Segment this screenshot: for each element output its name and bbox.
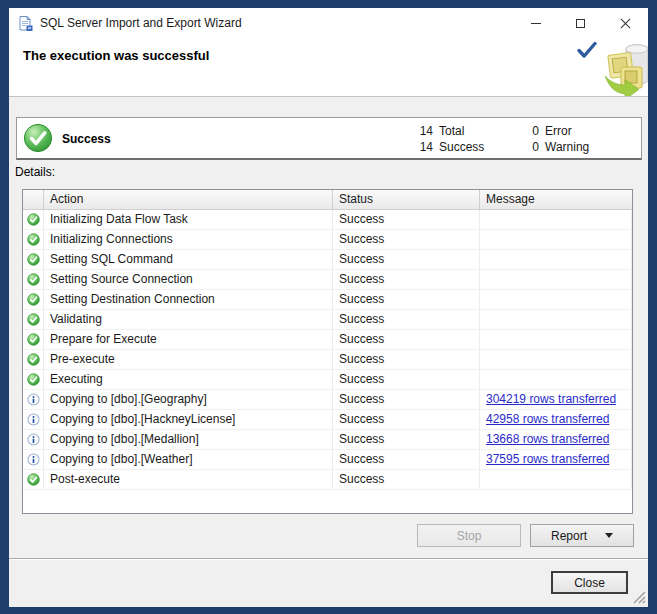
app-icon xyxy=(17,15,33,31)
table-row[interactable]: Initializing Connections Success xyxy=(23,230,632,250)
stat-success-label: Success xyxy=(439,140,484,154)
success-icon xyxy=(27,253,40,266)
table-header: Action Status Message xyxy=(23,190,632,210)
success-icon xyxy=(27,293,40,306)
stat-total: 14 Total xyxy=(417,123,484,139)
row-status-icon-cell xyxy=(23,290,44,309)
column-header-status[interactable]: Status xyxy=(333,190,480,209)
table-row[interactable]: Executing Success xyxy=(23,370,632,390)
table-row[interactable]: Setting Destination Connection Success xyxy=(23,290,632,310)
stat-warning-value: 0 xyxy=(529,140,539,154)
minimize-button[interactable] xyxy=(513,8,558,38)
resize-grip-icon[interactable] xyxy=(632,590,647,604)
row-status-icon-cell xyxy=(23,430,44,449)
table-row[interactable]: Prepare for Execute Success xyxy=(23,330,632,350)
row-status: Success xyxy=(333,450,480,469)
summary-stats-left: 14 Total 14 Success xyxy=(417,123,484,155)
table-row[interactable]: Setting Source Connection Success xyxy=(23,270,632,290)
info-icon xyxy=(27,433,40,446)
success-icon xyxy=(23,123,53,153)
success-icon xyxy=(27,353,40,366)
row-status-icon-cell xyxy=(23,310,44,329)
column-header-icon[interactable] xyxy=(23,190,44,209)
table-row[interactable]: Initializing Data Flow Task Success xyxy=(23,210,632,230)
table-row[interactable]: Copying to [dbo].[Medallion] Success 136… xyxy=(23,430,632,450)
row-action: Setting Destination Connection xyxy=(44,290,333,309)
success-icon xyxy=(27,473,40,486)
table-row[interactable]: Pre-execute Success xyxy=(23,350,632,370)
row-status-icon-cell xyxy=(23,250,44,269)
info-icon xyxy=(27,453,40,466)
column-header-action[interactable]: Action xyxy=(44,190,333,209)
row-status: Success xyxy=(333,470,480,489)
row-status: Success xyxy=(333,370,480,389)
report-button-label: Report xyxy=(551,529,587,543)
rows-transferred-link[interactable]: 13668 rows transferred xyxy=(486,432,609,446)
row-status: Success xyxy=(333,270,480,289)
row-status-icon-cell xyxy=(23,410,44,429)
stat-total-value: 14 xyxy=(417,124,433,138)
stop-button-label: Stop xyxy=(457,529,482,543)
row-status: Success xyxy=(333,350,480,369)
row-status: Success xyxy=(333,310,480,329)
row-status: Success xyxy=(333,210,480,229)
success-icon xyxy=(27,313,40,326)
maximize-button[interactable] xyxy=(558,8,603,38)
row-action: Copying to [dbo].[HackneyLicense] xyxy=(44,410,333,429)
close-window-button[interactable] xyxy=(603,8,648,38)
rows-transferred-link[interactable]: 42958 rows transferred xyxy=(486,412,609,426)
row-action: Executing xyxy=(44,370,333,389)
table-row[interactable]: Setting SQL Command Success xyxy=(23,250,632,270)
chevron-down-icon xyxy=(605,533,613,538)
rows-transferred-link[interactable]: 304219 rows transferred xyxy=(486,392,616,406)
column-header-message[interactable]: Message xyxy=(480,190,632,209)
close-button-label: Close xyxy=(574,576,605,590)
row-status: Success xyxy=(333,330,480,349)
rows-transferred-link[interactable]: 37595 rows transferred xyxy=(486,452,609,466)
row-message xyxy=(480,270,632,289)
stat-success-value: 14 xyxy=(417,140,433,154)
minimize-icon xyxy=(531,23,541,24)
summary-status-label: Success xyxy=(62,132,111,146)
row-status-icon-cell xyxy=(23,210,44,229)
row-status-icon-cell xyxy=(23,350,44,369)
info-icon xyxy=(27,393,40,406)
details-label: Details: xyxy=(15,165,55,179)
window-controls xyxy=(513,8,648,38)
row-message xyxy=(480,310,632,329)
report-button[interactable]: Report xyxy=(530,524,634,547)
row-status: Success xyxy=(333,230,480,249)
row-status: Success xyxy=(333,250,480,269)
footer-divider xyxy=(9,558,648,559)
details-table: Action Status Message Initializing Data … xyxy=(22,189,633,514)
close-icon xyxy=(620,18,631,29)
row-message xyxy=(480,230,632,249)
page-title: The execution was successful xyxy=(9,38,648,63)
table-row[interactable]: Copying to [dbo].[Geography] Success 304… xyxy=(23,390,632,410)
summary-stats-right: 0 Error 0 Warning xyxy=(529,123,589,155)
stat-warning: 0 Warning xyxy=(529,139,589,155)
window-title: SQL Server Import and Export Wizard xyxy=(40,16,242,30)
row-status: Success xyxy=(333,430,480,449)
row-status: Success xyxy=(333,390,480,409)
row-message: 42958 rows transferred xyxy=(480,410,632,429)
row-action: Copying to [dbo].[Weather] xyxy=(44,450,333,469)
row-status-icon-cell xyxy=(23,330,44,349)
close-button[interactable]: Close xyxy=(551,571,628,594)
stat-total-label: Total xyxy=(439,124,464,138)
row-message xyxy=(480,330,632,349)
table-row[interactable]: Validating Success xyxy=(23,310,632,330)
stop-button[interactable]: Stop xyxy=(417,524,521,547)
table-row[interactable]: Copying to [dbo].[HackneyLicense] Succes… xyxy=(23,410,632,430)
wizard-body: Success 14 Total 14 Success 0 Error xyxy=(9,97,648,606)
title-bar[interactable]: SQL Server Import and Export Wizard xyxy=(9,8,648,38)
row-action: Initializing Data Flow Task xyxy=(44,210,333,229)
summary-panel: Success 14 Total 14 Success 0 Error xyxy=(16,117,642,160)
success-icon xyxy=(27,273,40,286)
table-row[interactable]: Post-execute Success xyxy=(23,470,632,490)
import-export-wizard-icon xyxy=(604,43,648,96)
table-row[interactable]: Copying to [dbo].[Weather] Success 37595… xyxy=(23,450,632,470)
row-action: Initializing Connections xyxy=(44,230,333,249)
row-message xyxy=(480,250,632,269)
row-status-icon-cell xyxy=(23,270,44,289)
